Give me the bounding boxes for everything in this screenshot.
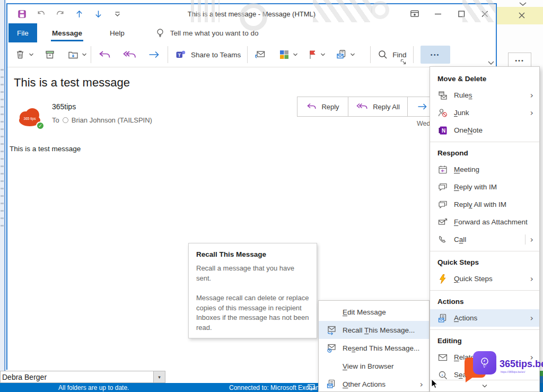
status-folders-text: All folders are up to date. bbox=[58, 384, 129, 391]
menu-item-quick-steps[interactable]: Quick Steps › bbox=[430, 270, 539, 288]
reply-all-button[interactable] bbox=[119, 47, 139, 63]
archive-button[interactable] bbox=[41, 47, 58, 63]
recipient-name[interactable]: Brian Johnson (TAILSPIN) bbox=[72, 116, 152, 124]
quick-steps-chevron-icon[interactable] bbox=[350, 53, 355, 57]
menu-item-label: Junk bbox=[454, 109, 528, 117]
menu-item-label: Reply All with IM bbox=[454, 201, 536, 208]
reply-label: Reply bbox=[321, 103, 339, 111]
menu-item-reply-with-im[interactable]: Reply with IM bbox=[430, 178, 539, 196]
rules-icon bbox=[437, 90, 448, 101]
menu-item-forward-as-attachment[interactable]: Forward as Attachment bbox=[430, 213, 539, 231]
more-commands-button[interactable]: ••• bbox=[421, 46, 450, 64]
menu-item-label: Resend This Message... bbox=[343, 344, 426, 352]
categorize-chevron-icon[interactable] bbox=[293, 53, 298, 57]
menu-item-view-in-browser[interactable]: View in Browser bbox=[319, 357, 429, 375]
menu-item-other-actions[interactable]: Other Actions › bbox=[319, 375, 429, 392]
combo-dropdown-button[interactable]: ▾ bbox=[153, 371, 165, 382]
mark-unread-button[interactable] bbox=[251, 47, 269, 63]
divider bbox=[413, 46, 414, 63]
tab-message[interactable]: Message bbox=[42, 23, 92, 42]
menu-item-resend-this-message[interactable]: Resend This Message... bbox=[319, 339, 429, 357]
menu-item-junk[interactable]: Junk › bbox=[430, 104, 539, 121]
delete-button[interactable] bbox=[12, 47, 29, 63]
message-subject: This is a test message bbox=[14, 76, 130, 90]
save-button[interactable] bbox=[16, 8, 28, 20]
share-to-teams-button[interactable]: T Share to Teams bbox=[172, 47, 243, 63]
lightning-icon bbox=[437, 274, 448, 284]
follow-up-chevron-icon[interactable] bbox=[320, 53, 326, 57]
delete-chevron-icon[interactable] bbox=[29, 53, 34, 57]
chat-bubble-icon bbox=[437, 199, 448, 210]
menu-item-label: Actions bbox=[454, 314, 528, 322]
menu-item-recall-this-message[interactable]: Recall This Message... bbox=[319, 321, 429, 339]
ribbon-tabs: File Message Help Tell me what you want … bbox=[7, 23, 496, 42]
ribbon-toolbar: T Share to Teams bbox=[7, 42, 496, 67]
menu-item-label: Quick Steps bbox=[454, 275, 528, 283]
menu-item-rules[interactable]: Rules › bbox=[430, 86, 539, 104]
background-chevron-down-icon[interactable] bbox=[519, 2, 527, 7]
close-button[interactable] bbox=[479, 8, 491, 20]
sender-name[interactable]: 365tips bbox=[52, 102, 76, 111]
ribbon-display-options-icon[interactable] bbox=[409, 8, 421, 20]
chevron-right-icon: › bbox=[417, 379, 426, 389]
menu-item-meeting[interactable]: Meeting bbox=[430, 161, 539, 178]
tooltip-line1: Recall a message that you have sent. bbox=[196, 264, 309, 284]
message-date: Wed bbox=[417, 120, 430, 127]
menu-separator bbox=[430, 142, 539, 142]
spacer bbox=[326, 361, 337, 371]
actions-icon bbox=[437, 313, 448, 324]
chevron-down-icon bbox=[481, 384, 488, 388]
background-more-button[interactable]: ••• bbox=[508, 53, 531, 68]
reply-button-inline[interactable]: Reply bbox=[297, 97, 348, 117]
onenote-icon: N bbox=[437, 125, 448, 136]
undo-button[interactable] bbox=[35, 8, 47, 20]
menu-item-label: View in Browser bbox=[343, 362, 426, 370]
minimize-button[interactable] bbox=[432, 8, 444, 20]
divider bbox=[247, 46, 248, 63]
menu-item-onenote[interactable]: N OneNote bbox=[430, 121, 539, 139]
menu-item-reply-all-with-im[interactable]: Reply All with IM bbox=[430, 196, 539, 213]
previous-item-button[interactable] bbox=[73, 8, 85, 20]
tell-me-box[interactable]: Tell me what you want to do bbox=[155, 23, 259, 42]
maximize-button[interactable] bbox=[456, 8, 467, 20]
account-combobox[interactable]: Debra Berger ▾ bbox=[0, 371, 165, 383]
svg-text:N: N bbox=[442, 128, 445, 134]
forward-button[interactable] bbox=[145, 47, 164, 63]
resend-message-icon bbox=[326, 343, 337, 353]
junk-icon bbox=[437, 108, 448, 118]
recall-tooltip: Recall This Message Recall a message tha… bbox=[188, 243, 317, 338]
dialog-launcher-icon[interactable] bbox=[400, 58, 407, 65]
chevron-right-icon: › bbox=[528, 90, 536, 100]
365tips-logo: 365tips.be https://365tips.be/en/ bbox=[459, 350, 541, 384]
menu-item-actions[interactable]: Actions › bbox=[430, 309, 539, 327]
quick-access-toolbar bbox=[7, 8, 123, 20]
section-header-move-delete: Move & Delete bbox=[430, 67, 539, 86]
find-label: Find bbox=[390, 51, 406, 59]
reply-button[interactable] bbox=[95, 47, 114, 63]
follow-up-flag-button[interactable] bbox=[304, 47, 320, 63]
presence-icon bbox=[63, 117, 68, 123]
redo-button[interactable] bbox=[54, 8, 66, 20]
move-to-button[interactable] bbox=[65, 47, 82, 63]
background-close-icon[interactable] bbox=[517, 11, 527, 20]
next-item-button[interactable] bbox=[92, 8, 104, 20]
menu-item-label: Call bbox=[454, 236, 522, 243]
divider bbox=[91, 46, 91, 63]
tab-help[interactable]: Help bbox=[100, 23, 134, 42]
categorize-button[interactable] bbox=[276, 47, 293, 63]
quick-steps-ribbon-button[interactable] bbox=[333, 47, 350, 63]
collapse-ribbon-chevron-icon[interactable] bbox=[487, 60, 495, 66]
to-label: To bbox=[52, 116, 59, 124]
screen: ••• Debra Berger ▾ All folders are up to… bbox=[0, 0, 543, 392]
reply-all-button-inline[interactable]: Reply All bbox=[348, 97, 408, 117]
menu-item-call[interactable]: Call › bbox=[430, 231, 539, 248]
logo-url: https://365tips.be/en/ bbox=[501, 370, 525, 373]
menu-item-edit-message[interactable]: Edit Message bbox=[319, 303, 429, 321]
move-to-chevron-icon[interactable] bbox=[82, 53, 87, 57]
tab-file[interactable]: File bbox=[8, 23, 37, 42]
chevron-right-icon: › bbox=[528, 274, 536, 284]
menu-item-label: Edit Message bbox=[343, 308, 426, 316]
customize-qat-chevron-icon[interactable] bbox=[111, 8, 123, 20]
section-header-quick-steps: Quick Steps bbox=[430, 254, 539, 270]
menu-item-label: Recall This Message... bbox=[343, 326, 426, 334]
